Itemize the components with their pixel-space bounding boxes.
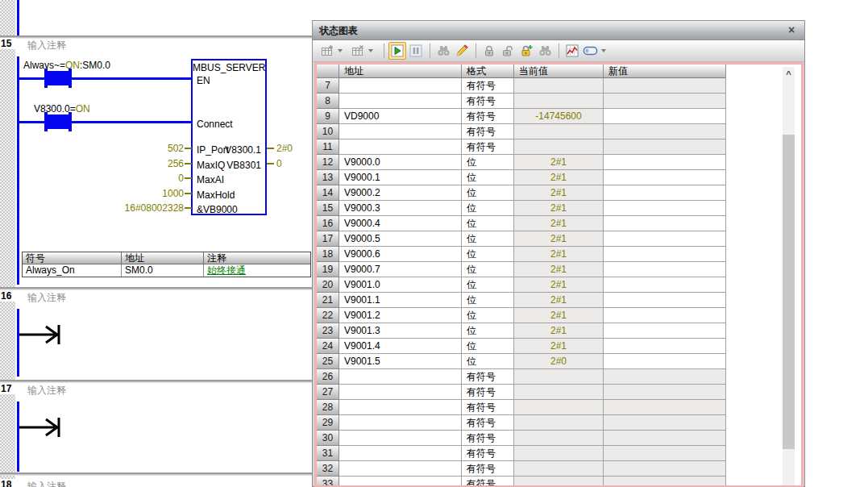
row-number[interactable]: 23: [317, 323, 339, 339]
address-cell[interactable]: V9000.6: [339, 247, 462, 262]
contact-always-on[interactable]: [44, 69, 72, 88]
new-value-cell[interactable]: [604, 477, 726, 487]
row-number[interactable]: 31: [317, 446, 339, 461]
address-cell[interactable]: V9000.0: [339, 155, 462, 170]
window-titlebar[interactable]: 状态图表 ×: [313, 21, 804, 40]
row-number[interactable]: 22: [317, 308, 339, 323]
address-cell[interactable]: [339, 124, 462, 139]
address-cell[interactable]: V9000.3: [339, 201, 462, 216]
open-rung-arrow[interactable]: [19, 323, 63, 346]
row-number[interactable]: 27: [317, 385, 339, 400]
open-rung-arrow[interactable]: [19, 416, 63, 439]
vertical-scrollbar[interactable]: ^: [783, 67, 795, 487]
format-cell[interactable]: 有符号: [462, 369, 514, 385]
format-cell[interactable]: 位: [462, 247, 514, 262]
format-cell[interactable]: 位: [462, 293, 514, 308]
address-cell[interactable]: [339, 400, 462, 415]
format-column-header[interactable]: 格式: [462, 65, 514, 78]
row-number[interactable]: 18: [317, 247, 339, 262]
row-number[interactable]: 28: [317, 400, 339, 415]
write-all-button[interactable]: [453, 42, 471, 60]
new-value-cell[interactable]: [604, 354, 726, 369]
unforce-button[interactable]: [499, 42, 517, 60]
format-cell[interactable]: 有符号: [462, 400, 514, 415]
row-number[interactable]: 29: [317, 415, 339, 431]
address-cell[interactable]: V9001.3: [339, 323, 462, 339]
format-cell[interactable]: 有符号: [462, 415, 514, 431]
address-cell[interactable]: [339, 78, 462, 94]
scroll-up-icon[interactable]: ^: [783, 69, 795, 80]
format-cell[interactable]: 位: [462, 185, 514, 201]
address-cell[interactable]: V9000.7: [339, 262, 462, 277]
new-value-cell[interactable]: [604, 170, 726, 185]
dropdown-caret-icon[interactable]: [368, 49, 373, 52]
new-value-cell[interactable]: [604, 262, 726, 277]
address-cell[interactable]: [339, 415, 462, 431]
address-cell[interactable]: [339, 461, 462, 477]
pause-trend-button[interactable]: [407, 42, 425, 60]
delete-row-button[interactable]: [349, 42, 367, 60]
row-number[interactable]: 21: [317, 293, 339, 308]
close-icon[interactable]: ×: [785, 23, 798, 36]
address-cell[interactable]: V9001.0: [339, 277, 462, 293]
format-cell[interactable]: 位: [462, 231, 514, 247]
new-value-cell[interactable]: [604, 216, 726, 231]
row-number[interactable]: 13: [317, 170, 339, 185]
format-cell[interactable]: 位: [462, 216, 514, 231]
format-cell[interactable]: 有符号: [462, 94, 514, 109]
format-cell[interactable]: 位: [462, 201, 514, 216]
format-cell[interactable]: 位: [462, 354, 514, 369]
new-value-cell[interactable]: [604, 94, 726, 109]
mbus-server-block[interactable]: MBUS_SERVER EN Connect IP_Port V8300.1 M…: [191, 59, 267, 215]
row-number[interactable]: 16: [317, 216, 339, 231]
address-cell[interactable]: [339, 431, 462, 446]
address-cell[interactable]: VD9000: [339, 109, 462, 124]
address-cell[interactable]: [339, 446, 462, 461]
address-column-header[interactable]: 地址: [339, 65, 462, 78]
new-value-cell[interactable]: [604, 431, 726, 446]
dropdown-caret-icon[interactable]: [601, 49, 606, 52]
address-cell[interactable]: V9000.5: [339, 231, 462, 247]
format-cell[interactable]: 位: [462, 277, 514, 293]
format-cell[interactable]: 位: [462, 170, 514, 185]
address-cell[interactable]: V9001.1: [339, 293, 462, 308]
new-value-cell[interactable]: [604, 446, 726, 461]
format-cell[interactable]: 有符号: [462, 446, 514, 461]
new-value-cell[interactable]: [604, 231, 726, 247]
new-value-cell[interactable]: [604, 385, 726, 400]
row-number[interactable]: 11: [317, 139, 339, 155]
address-cell[interactable]: V9001.5: [339, 354, 462, 369]
network-comment[interactable]: 输入注释: [27, 291, 66, 305]
new-value-cell[interactable]: [604, 185, 726, 201]
format-cell[interactable]: 有符号: [462, 431, 514, 446]
new-value-cell[interactable]: [604, 155, 726, 170]
force-button[interactable]: [480, 42, 498, 60]
new-value-cell[interactable]: [604, 369, 726, 385]
address-cell[interactable]: [339, 369, 462, 385]
new-value-cell[interactable]: [604, 400, 726, 415]
address-cell[interactable]: [339, 139, 462, 155]
scrollbar-thumb[interactable]: [783, 135, 795, 449]
current-value-column-header[interactable]: 当前值: [514, 65, 604, 78]
new-value-cell[interactable]: [604, 308, 726, 323]
row-number[interactable]: 25: [317, 354, 339, 369]
row-number[interactable]: 15: [317, 201, 339, 216]
row-number[interactable]: 20: [317, 277, 339, 293]
row-number[interactable]: 19: [317, 262, 339, 277]
format-cell[interactable]: 有符号: [462, 109, 514, 124]
row-number[interactable]: 24: [317, 339, 339, 354]
row-number[interactable]: 17: [317, 231, 339, 247]
read-forced-button[interactable]: [536, 42, 554, 60]
new-value-cell[interactable]: [604, 247, 726, 262]
new-value-column-header[interactable]: 新值: [604, 65, 726, 78]
row-number[interactable]: 14: [317, 185, 339, 201]
row-number[interactable]: 12: [317, 155, 339, 170]
format-cell[interactable]: 有符号: [462, 461, 514, 477]
chart-status-on-button[interactable]: [388, 42, 406, 60]
address-cell[interactable]: [339, 94, 462, 109]
new-value-cell[interactable]: [604, 323, 726, 339]
unforce-all-button[interactable]: [517, 42, 535, 60]
new-value-cell[interactable]: [604, 139, 726, 155]
format-cell[interactable]: 位: [462, 262, 514, 277]
network-comment[interactable]: 输入注释: [27, 480, 66, 487]
